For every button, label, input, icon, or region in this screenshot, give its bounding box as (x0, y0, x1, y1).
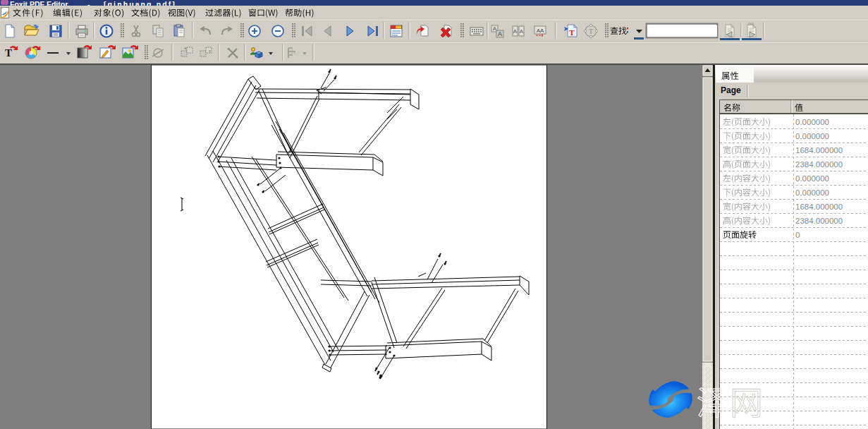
svg-text:T: T (569, 28, 575, 37)
svg-text:1684.000000: 1684.000000 (795, 146, 843, 155)
svg-text:Page: Page (721, 85, 741, 95)
svg-text:AA: AA (537, 28, 544, 34)
svg-text:A: A (520, 28, 524, 35)
svg-text:0.000000: 0.000000 (795, 118, 829, 126)
svg-text:0.000000: 0.000000 (795, 188, 829, 197)
svg-text:0: 0 (795, 231, 800, 239)
svg-text:T: T (5, 47, 12, 59)
svg-text:1684.000000: 1684.000000 (795, 203, 843, 211)
svg-text:T: T (589, 28, 594, 35)
svg-text:A: A (498, 30, 502, 37)
svg-text:2384.000000: 2384.000000 (795, 160, 843, 169)
svg-text:2384.000000: 2384.000000 (795, 217, 843, 225)
svg-text:0.000000: 0.000000 (795, 174, 829, 183)
svg-text:0.000000: 0.000000 (795, 132, 829, 140)
svg-text:A: A (513, 28, 518, 35)
